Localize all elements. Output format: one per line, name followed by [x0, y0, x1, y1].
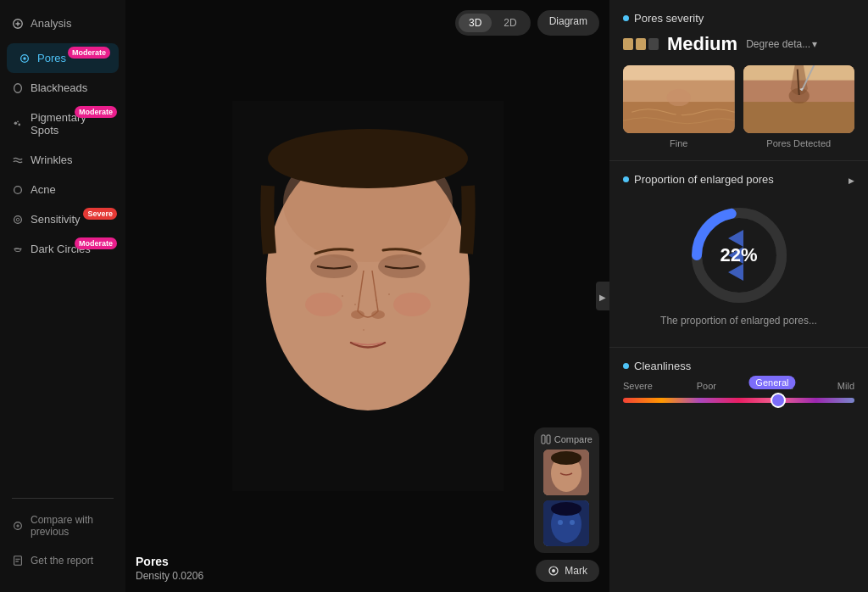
- svg-point-43: [667, 89, 691, 106]
- degree-detail-dropdown[interactable]: Degree deta... ▾: [746, 38, 817, 50]
- mark-button[interactable]: Mark: [536, 560, 599, 582]
- svg-point-6: [14, 186, 22, 193]
- pigmentary-icon: [12, 118, 24, 130]
- sidebar-item-sensitivity[interactable]: Sensitivity Severe: [0, 204, 125, 234]
- wrinkles-label: Wrinkles: [31, 154, 73, 166]
- severity-bar-3: [648, 38, 659, 50]
- compare-panel: Compare: [534, 427, 599, 553]
- view-toggle: 3D 2D: [455, 10, 531, 36]
- proportion-description: The proportion of enlarged pores...: [660, 315, 817, 327]
- sidebar-item-acne[interactable]: Acne: [0, 175, 125, 204]
- diagram-button[interactable]: Diagram: [537, 10, 599, 36]
- pores-label: Pores: [37, 52, 66, 64]
- svg-rect-27: [542, 435, 545, 444]
- sensitivity-badge: Severe: [83, 208, 117, 220]
- cleanliness-section: Cleanliness Severe Poor General Mild Gen…: [609, 348, 868, 423]
- severity-row: Medium Degree deta... ▾: [623, 33, 854, 55]
- severity-dot: [623, 15, 629, 21]
- report-icon: [12, 555, 24, 567]
- svg-rect-40: [623, 65, 735, 81]
- sidebar-item-pigmentary[interactable]: Pigmentary Spots Moderate: [0, 103, 125, 145]
- compare-face-blue: [543, 500, 589, 546]
- expand-arrow[interactable]: ▶: [596, 282, 609, 310]
- scale-label-mild: Mild: [837, 381, 854, 391]
- view-2d-button[interactable]: 2D: [493, 14, 526, 32]
- view-3d-button[interactable]: 3D: [459, 14, 492, 32]
- proportion-title: Proportion of enlarged pores: [623, 173, 774, 186]
- scale-labels: Severe Poor General Mild: [623, 381, 854, 391]
- cleanliness-track[interactable]: General: [623, 398, 854, 403]
- sensitivity-icon: [12, 214, 24, 226]
- svg-point-3: [14, 121, 18, 125]
- fine-caption: Fine: [623, 138, 735, 148]
- cleanliness-dot: [623, 363, 629, 369]
- svg-point-2: [23, 57, 26, 60]
- proportion-title-row: Proportion of enlarged pores: [623, 173, 854, 186]
- severity-bars: [623, 38, 659, 50]
- compare-thumb-normal[interactable]: [543, 450, 589, 495]
- severity-bar-1: [623, 38, 633, 50]
- svg-point-4: [18, 124, 20, 126]
- sidebar: Analysis Pores Moderate Blackheads Pigme…: [0, 0, 125, 592]
- bottom-controls: Compare: [534, 427, 599, 582]
- active-label: General: [748, 376, 795, 389]
- sidebar-item-darkcircles[interactable]: Dark Circles Moderate: [0, 234, 125, 264]
- svg-rect-44: [676, 106, 682, 119]
- proportion-section: Proportion of enlarged pores: [609, 161, 868, 348]
- skin-image-pores: Pores Detected: [743, 65, 855, 148]
- sidebar-footer: Compare with previous Get the report: [0, 484, 125, 582]
- proportion-dot: [623, 176, 629, 182]
- proportion-expand-icon[interactable]: [849, 174, 854, 186]
- svg-point-38: [552, 569, 555, 572]
- svg-point-24: [268, 129, 468, 188]
- sidebar-item-pores[interactable]: Pores Moderate: [7, 43, 119, 73]
- scale-label-poor: Poor: [697, 381, 716, 391]
- compare-face-normal: [543, 450, 589, 495]
- cleanliness-thumb[interactable]: General: [771, 393, 786, 408]
- acne-label: Acne: [31, 183, 56, 196]
- compare-with-previous[interactable]: Compare with previous: [0, 505, 125, 546]
- svg-point-26: [393, 293, 431, 316]
- blackheads-icon: [12, 82, 24, 94]
- acne-icon: [12, 184, 24, 196]
- skin-images: Fine: [623, 65, 854, 148]
- pores-severity-title: Pores severity: [623, 12, 854, 25]
- cleanliness-title: Cleanliness: [623, 360, 854, 372]
- fine-skin-svg: [623, 65, 735, 133]
- pores-title: Pores: [136, 555, 203, 568]
- compare-thumb-blue[interactable]: [543, 500, 589, 546]
- svg-point-19: [342, 295, 343, 297]
- darkcircles-icon: [12, 243, 24, 255]
- sidebar-item-blackheads[interactable]: Blackheads: [0, 73, 125, 103]
- mark-icon: [548, 565, 559, 577]
- svg-rect-28: [547, 435, 550, 444]
- svg-point-18: [371, 310, 385, 319]
- bottom-info: Pores Density 0.0206: [136, 555, 203, 582]
- svg-point-36: [570, 520, 575, 525]
- fine-skin-image: [623, 65, 735, 133]
- wrinkles-icon: [12, 154, 24, 166]
- main-content: 3D 2D Diagram Compare: [125, 0, 609, 592]
- donut-percentage: 22%: [720, 244, 757, 266]
- severity-bar-2: [636, 38, 646, 50]
- compare-label: Compare with previous: [31, 514, 114, 538]
- darkcircles-badge: Moderate: [75, 237, 117, 249]
- face-svg: [232, 101, 504, 491]
- right-panel: Pores severity Medium Degree deta... ▾: [609, 0, 868, 592]
- svg-point-25: [305, 293, 342, 316]
- analysis-icon: [12, 18, 24, 30]
- cleanliness-scale: Severe Poor General Mild General: [623, 381, 854, 403]
- svg-point-17: [351, 310, 364, 319]
- sidebar-divider: [12, 498, 114, 499]
- sidebar-header: Analysis: [0, 10, 125, 43]
- svg-point-21: [376, 299, 377, 301]
- get-report[interactable]: Get the report: [0, 546, 125, 575]
- pores-detected-image: [743, 65, 855, 133]
- svg-point-22: [388, 293, 390, 295]
- pores-icon: [19, 53, 31, 64]
- blackheads-label: Blackheads: [31, 81, 87, 94]
- sidebar-header-label: Analysis: [31, 17, 71, 30]
- svg-point-35: [558, 520, 563, 525]
- sidebar-item-wrinkles[interactable]: Wrinkles: [0, 145, 125, 175]
- expand-icon: ▶: [599, 293, 606, 302]
